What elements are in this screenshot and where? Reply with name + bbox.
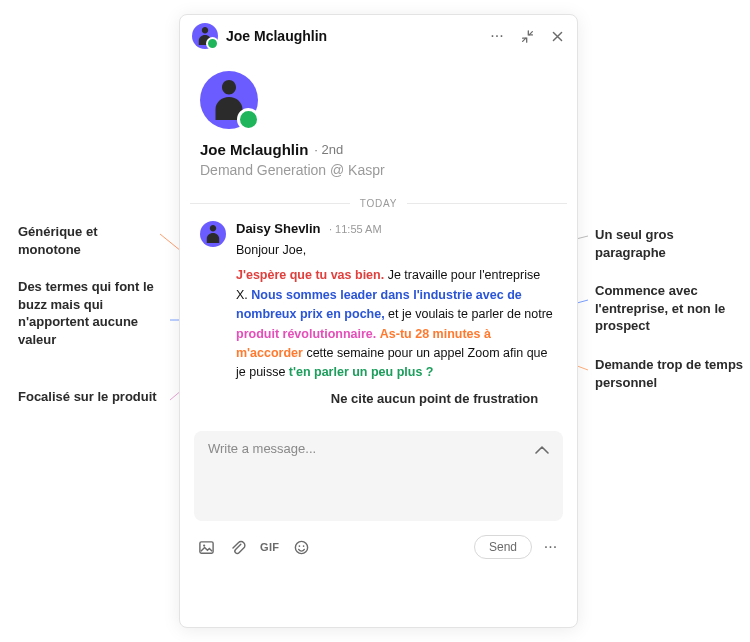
profile-role: Demand Generation @ Kaspr	[200, 162, 557, 178]
message-segment: J'espère que tu vas bien.	[236, 268, 384, 282]
stage: Générique et monotone Des termes qui fon…	[0, 0, 750, 642]
date-separator: TODAY	[190, 198, 567, 209]
ann-left-1: Générique et monotone	[18, 223, 158, 258]
gif-icon[interactable]: GIF	[260, 541, 279, 553]
profile-name[interactable]: Joe Mclaughlin	[200, 141, 308, 158]
profile-name-row: Joe Mclaughlin · 2nd	[200, 141, 557, 158]
ann-right-2: Commence avec l'entreprise, et non le pr…	[595, 282, 745, 335]
ann-right-3: Demande trop de temps personnel	[595, 356, 745, 391]
footer-more-icon[interactable]: ···	[542, 539, 559, 556]
profile-avatar[interactable]	[200, 71, 258, 129]
message-text: Bonjour Joe, J'espère que tu vas bien. J…	[236, 241, 557, 409]
message-segment: produit révolutionnaire.	[236, 327, 376, 341]
message-time: · 11:55 AM	[329, 223, 382, 235]
svg-point-9	[296, 541, 308, 553]
presence-dot-lg	[237, 108, 260, 131]
send-button[interactable]: Send	[474, 535, 532, 559]
svg-point-11	[303, 545, 305, 547]
sender-name[interactable]: Daisy Shevlin	[236, 221, 321, 236]
sender-line: Daisy Shevlin · 11:55 AM	[236, 219, 557, 237]
emoji-icon[interactable]	[293, 539, 310, 556]
panel-header: Joe Mclaughlin ···	[180, 15, 577, 57]
inline-annotation: Ne cite aucun point de frustration	[331, 391, 538, 406]
image-icon[interactable]	[198, 539, 215, 556]
header-name: Joe Mclaughlin	[226, 28, 327, 44]
connection-degree: · 2nd	[314, 142, 343, 157]
ann-left-3: Focalisé sur le produit	[18, 388, 158, 406]
message-greeting: Bonjour Joe,	[236, 241, 553, 260]
collapse-icon[interactable]	[519, 28, 535, 44]
message-segment: t'en parler un peu plus ?	[289, 365, 434, 379]
sender-avatar[interactable]	[200, 221, 226, 247]
chat-panel: Joe Mclaughlin ··· Joe Mclaughlin · 2nd …	[179, 14, 578, 628]
composer-footer: GIF Send ···	[180, 521, 577, 573]
svg-point-8	[203, 544, 205, 546]
ann-left-2: Des termes qui font le buzz mais qui n'a…	[18, 278, 168, 348]
presence-dot	[206, 37, 219, 50]
message-body: J'espère que tu vas bien. Je travaille p…	[236, 266, 553, 382]
close-icon[interactable]	[549, 28, 565, 44]
separator-label: TODAY	[360, 198, 398, 209]
attachment-icon[interactable]	[229, 539, 246, 556]
header-avatar	[192, 23, 218, 49]
svg-rect-7	[200, 541, 213, 552]
composer-placeholder: Write a message...	[208, 441, 549, 456]
profile-block: Joe Mclaughlin · 2nd Demand Generation @…	[180, 57, 577, 190]
message-row: Daisy Shevlin · 11:55 AM Bonjour Joe, J'…	[180, 215, 577, 415]
svg-point-10	[299, 545, 301, 547]
ann-right-1: Un seul gros paragraphe	[595, 226, 735, 261]
message-composer[interactable]: Write a message...	[194, 431, 563, 521]
expand-composer-icon[interactable]	[535, 441, 549, 457]
more-icon[interactable]: ···	[489, 28, 505, 44]
message-segment: et je voulais te parler de notre	[385, 307, 553, 321]
